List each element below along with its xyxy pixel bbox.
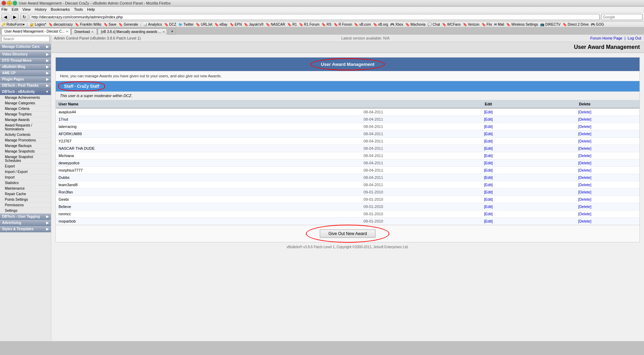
window-controls[interactable]: × – □ xyxy=(1,1,17,6)
sidebar-item-manage-snapshots[interactable]: Manage Snapshots xyxy=(0,149,51,154)
edit-link[interactable]: [Edit] xyxy=(484,132,493,136)
bookmark-dcz[interactable]: 🔖 DCZ xyxy=(164,23,176,26)
edit-link[interactable]: [Edit] xyxy=(484,161,493,165)
forward-button[interactable]: ▶ xyxy=(11,14,19,20)
sidebar-section-vbulletin-blog[interactable]: vBulletin Blog ▶ xyxy=(0,64,51,70)
bookmark-ebay[interactable]: 🔖 eBay xyxy=(214,23,228,26)
delete-link[interactable]: [Delete] xyxy=(578,175,591,180)
bookmark-chat[interactable]: 💬 Chat xyxy=(427,23,440,26)
sidebar-item-manage-promotions[interactable]: Manage Promotions xyxy=(0,138,51,143)
sidebar-section-manage-collector-cars[interactable]: Manage Collector Cars ▶ xyxy=(0,44,51,50)
edit-link[interactable]: [Edit] xyxy=(484,212,493,216)
tab-download[interactable]: Download ✕ xyxy=(71,28,97,35)
delete-link[interactable]: [Delete] xyxy=(578,146,591,150)
bookmark-wireless[interactable]: 🔖 Wireless Settings xyxy=(506,23,538,26)
bookmark-nascar[interactable]: 🔖 NASCAR xyxy=(266,23,285,26)
delete-link[interactable]: [Delete] xyxy=(578,161,591,165)
menu-file[interactable]: File xyxy=(1,7,8,11)
browser-search-input[interactable] xyxy=(601,14,643,20)
bookmark-r1[interactable]: 🔖 R1 xyxy=(287,23,297,26)
edit-link[interactable]: [Edit] xyxy=(484,219,493,223)
edit-link[interactable]: [Edit] xyxy=(484,190,493,194)
bookmark-wachovia[interactable]: 🔖 Wachovia xyxy=(405,23,425,26)
minimize-btn[interactable]: – xyxy=(7,1,12,6)
tab-award-management[interactable]: User Award Management - Diecast C... ✕ xyxy=(1,28,71,35)
bookmark-roboform[interactable]: 🔑 RoboForm▾ xyxy=(1,23,25,26)
menu-bookmarks[interactable]: Bookmarks xyxy=(51,7,70,11)
delete-link[interactable]: [Delete] xyxy=(578,132,591,136)
close-btn[interactable]: × xyxy=(1,1,6,6)
edit-link[interactable]: [Edit] xyxy=(484,124,493,129)
delete-link[interactable]: [Delete] xyxy=(578,124,591,129)
bookmark-wcfans[interactable]: 🔖 WCFans xyxy=(442,23,461,26)
bookmark-gog[interactable]: 🎮 GOG xyxy=(591,23,604,26)
edit-link[interactable]: [Edit] xyxy=(484,183,493,187)
sidebar-item-manage-criteria[interactable]: Manage Criteria xyxy=(0,106,51,112)
delete-link[interactable]: [Delete] xyxy=(578,154,591,158)
menu-tools[interactable]: Tools xyxy=(74,7,83,11)
sidebar-item-permissions[interactable]: Permissions xyxy=(0,202,51,208)
tab-close-2[interactable]: ✕ xyxy=(91,30,94,34)
menu-history[interactable]: History xyxy=(35,7,46,11)
sidebar-section-dbtech-post-thanks[interactable]: DBTech - Post Thanks ▶ xyxy=(0,83,51,89)
sidebar-item-manage-achievements[interactable]: Manage Achievements xyxy=(0,95,51,101)
menu-help[interactable]: Help xyxy=(87,7,95,11)
bookmark-xbox[interactable]: 🎮 Xbox xyxy=(390,23,403,26)
sidebar-item-settings[interactable]: Settings xyxy=(0,208,51,214)
bookmark-twitter[interactable]: 🐦 Twitter xyxy=(178,23,194,26)
edit-link[interactable]: [Edit] xyxy=(484,205,493,209)
tab-manually-awarding[interactable]: [vB 3.8.x] Manually awarding awards ... … xyxy=(98,28,167,35)
bookmark-vborg[interactable]: 🔖 vB.org xyxy=(373,23,388,26)
bookmark-urljet[interactable]: 🔖 URLJet xyxy=(196,23,212,26)
sidebar-item-export[interactable]: Export xyxy=(0,164,51,169)
bookmark-logins[interactable]: 🔐 Logins* xyxy=(30,23,46,26)
menu-edit[interactable]: Edit xyxy=(12,7,18,11)
address-bar[interactable] xyxy=(30,14,600,20)
sidebar-section-plugin-pages[interactable]: Plugin Pages ▶ xyxy=(0,76,51,83)
sidebar-section-video-directory[interactable]: Video Directory ▶ xyxy=(0,51,51,58)
sidebar-section-styles-templates[interactable]: Styles & Templates ▶ xyxy=(0,226,51,232)
bookmark-save[interactable]: 🔖 Save xyxy=(104,23,117,26)
forum-home-link[interactable]: Forum Home Page xyxy=(590,36,623,40)
logout-link[interactable]: Log Out xyxy=(628,36,641,40)
maximize-btn[interactable]: □ xyxy=(12,1,17,6)
bookmark-rs[interactable]: 🔖 RS xyxy=(321,23,332,26)
sidebar-item-manage-trophies[interactable]: Manage Trophies xyxy=(0,112,51,117)
bookmark-epn[interactable]: 🔖 EPN xyxy=(230,23,242,26)
reload-button[interactable]: ↻ xyxy=(20,14,28,20)
edit-link[interactable]: [Edit] xyxy=(484,146,493,150)
give-award-button[interactable]: Give Out New Award xyxy=(320,230,376,238)
sidebar-item-manage-categories[interactable]: Manage Categories xyxy=(0,101,51,106)
bookmark-jayskis[interactable]: 🔖 Jayski's® xyxy=(244,23,264,26)
bookmark-diecastcrazy[interactable]: 🔖 diecastcrazy xyxy=(48,23,73,26)
sidebar-item-manage-snapshot-schedules[interactable]: Manage Snapshot Schedules xyxy=(0,154,51,164)
bookmark-analytics[interactable]: 📊 Analytics xyxy=(143,23,162,26)
delete-link[interactable]: [Delete] xyxy=(578,205,591,209)
delete-link[interactable]: [Delete] xyxy=(578,168,591,172)
sidebar-item-award-requests[interactable]: Award Requests / Nominations xyxy=(0,123,51,132)
back-button[interactable]: ◀ xyxy=(1,14,9,20)
delete-link[interactable]: [Delete] xyxy=(578,190,591,194)
delete-link[interactable]: [Delete] xyxy=(578,183,591,187)
delete-link[interactable]: [Delete] xyxy=(578,117,591,121)
bookmark-d2d[interactable]: 🔖 Direct 2 Drive xyxy=(563,23,589,26)
sidebar-section-ame-cp[interactable]: AME CP ▶ xyxy=(0,70,51,76)
sidebar-item-import[interactable]: Import xyxy=(0,175,51,180)
sidebar-item-import-export[interactable]: Import / Export xyxy=(0,169,51,175)
bookmark-r1forum[interactable]: 🔖 R1 Forum xyxy=(299,23,319,26)
edit-link[interactable]: [Edit] xyxy=(484,154,493,158)
delete-link[interactable]: [Delete] xyxy=(578,219,591,223)
tab-close-3[interactable]: ✕ xyxy=(162,30,165,34)
sidebar-item-statistics[interactable]: Statistics xyxy=(0,180,51,186)
bookmark-franklinwillis[interactable]: 🔖 Franklin Willis xyxy=(75,23,101,26)
sidebar-item-activity-contests[interactable]: Activity Contests xyxy=(0,132,51,138)
new-tab-button[interactable]: + xyxy=(168,28,176,35)
sidebar-item-manage-backups[interactable]: Manage Backups xyxy=(0,143,51,149)
bookmark-directv[interactable]: 📺 DIRECTV xyxy=(540,23,561,26)
sidebar-section-user-tagging[interactable]: DBTech - User Tagging ▶ xyxy=(0,214,51,220)
bookmark-generate[interactable]: 🔖 Generate xyxy=(118,23,138,26)
sidebar-section-dto[interactable]: DTO Thread Move ▶ xyxy=(0,58,51,64)
bookmark-flix[interactable]: 🔖 Flix xyxy=(482,23,492,26)
sidebar-item-manage-awards[interactable]: Manage Awards xyxy=(0,117,51,123)
delete-link[interactable]: [Delete] xyxy=(578,212,591,216)
